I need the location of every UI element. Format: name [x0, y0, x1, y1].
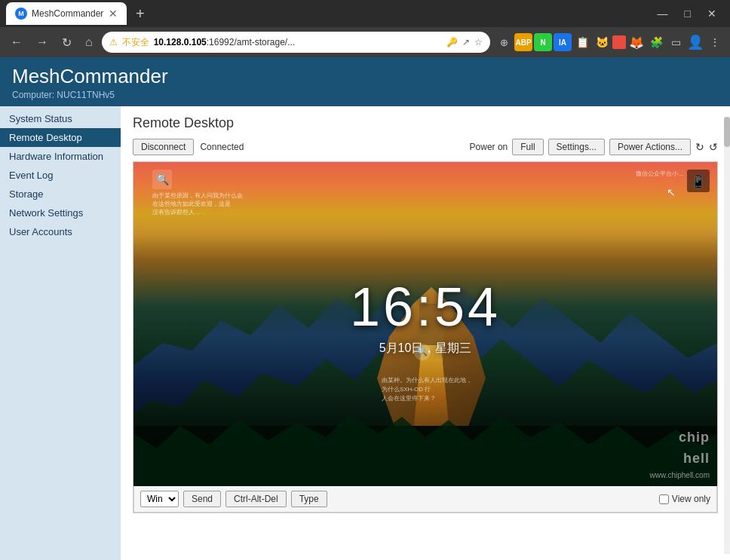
widget-text: 微信公众平台小… [636, 170, 684, 178]
power-on-label: Power on [470, 142, 508, 152]
browser-chrome: M MeshCommander ✕ + — □ ✕ ← → ↻ ⌂ ⚠ 不安全 … [0, 0, 730, 57]
bottom-controls: Win Send Ctrl-Alt-Del Type View only [133, 486, 717, 513]
connected-status: Connected [200, 142, 244, 152]
sidebar-toggle-icon[interactable]: ▭ [667, 33, 685, 51]
watermark: chiphell www.chiphell.com [650, 426, 710, 480]
watermark-url: www.chiphell.com [650, 470, 710, 480]
window-controls: — □ ✕ [650, 6, 724, 21]
center-search-widget: 🔍 [414, 344, 431, 360]
ctrl-alt-del-button[interactable]: Ctrl-Alt-Del [225, 491, 287, 507]
address-bar-icons: 🔑 ↗ ☆ [446, 37, 483, 47]
ia-extension-icon[interactable]: IA [554, 33, 572, 51]
sidebar-item-remote-desktop[interactable]: Remote Desktop [0, 128, 121, 147]
tab-bar: M MeshCommander ✕ + — □ ✕ [0, 0, 730, 27]
home-button[interactable]: ⌂ [81, 32, 97, 52]
cat-icon: 🐱 [593, 33, 611, 51]
sidebar-item-network-settings[interactable]: Network Settings [0, 203, 121, 222]
new-tab-button[interactable]: + [130, 5, 151, 23]
clipboard-icon: 📋 [573, 33, 591, 51]
power-actions-button[interactable]: Power Actions... [609, 139, 691, 155]
app-body: System Status Remote Desktop Hardware In… [0, 106, 730, 560]
refresh2-icon[interactable]: ↺ [709, 141, 718, 153]
remote-desktop-toolbar: Disconnect Connected Power on Full Setti… [133, 139, 718, 155]
refresh-icon[interactable]: ↻ [695, 141, 704, 153]
section-title: Remote Desktop [133, 115, 718, 131]
remote-desktop-area[interactable]: 16:54 5月10日，星期三 🔍 由于某些原因，有人问我为什么会在这些地方如此… [133, 161, 718, 513]
window-maximize[interactable]: □ [677, 6, 698, 21]
scrollbar[interactable] [724, 117, 730, 554]
sidebar-item-user-accounts[interactable]: User Accounts [0, 222, 121, 241]
url-path: :16992/amt-storage/... [207, 37, 295, 47]
app: MeshCommander Computer: NUC11TNHv5 Syste… [0, 57, 730, 560]
win-key-select[interactable]: Win [140, 491, 179, 507]
address-bar[interactable]: ⚠ 不安全 10.128.0.105:16992/amt-storage/...… [102, 32, 490, 53]
puzzle-icon: 🧩 [647, 33, 665, 51]
sidebar-item-event-log[interactable]: Event Log [0, 166, 121, 185]
star-icon[interactable]: ☆ [474, 37, 483, 47]
full-button[interactable]: Full [512, 139, 543, 155]
app-header: MeshCommander Computer: NUC11TNHv5 [0, 57, 730, 106]
lock-screen-bg: 16:54 5月10日，星期三 🔍 由于某些原因，有人问我为什么会在这些地方如此… [133, 162, 717, 486]
widget-icon: 📱 [687, 170, 710, 192]
app-subtitle: Computer: NUC11TNHv5 [12, 90, 718, 100]
tab-favicon: M [15, 8, 27, 20]
sidebar: System Status Remote Desktop Hardware In… [0, 106, 121, 560]
app-title: MeshCommander [12, 65, 718, 88]
remote-screen: 16:54 5月10日，星期三 🔍 由于某些原因，有人问我为什么会在这些地方如此… [133, 162, 717, 486]
tab-title: MeshCommander [32, 8, 103, 19]
disconnect-button[interactable]: Disconnect [133, 139, 194, 155]
center-search-icon: 🔍 [414, 344, 431, 360]
key-icon: 🔑 [446, 37, 458, 47]
window-close[interactable]: ✕ [700, 6, 724, 21]
sidebar-item-hardware-information[interactable]: Hardware Information [0, 147, 121, 166]
url-host: 10.128.0.105 [154, 37, 207, 47]
sidebar-item-storage[interactable]: Storage [0, 185, 121, 203]
security-warning-text: 不安全 [122, 36, 149, 49]
view-only-checkbox-container: View only [659, 494, 710, 504]
power-controls: Power on Full Settings... Power Actions.… [470, 139, 718, 155]
view-only-label: View only [672, 494, 710, 504]
cursor-indicator: ↖ [667, 186, 676, 198]
profile-icon[interactable]: 👤 [686, 33, 704, 51]
bottom-right-widget: 由某种。为什么有人出现在此地，为什么SXH-OD 行人会在这里停下来？ [382, 376, 472, 403]
view-only-checkbox[interactable] [659, 494, 669, 504]
sidebar-item-system-status[interactable]: System Status [0, 109, 121, 128]
nav-bar: ← → ↻ ⌂ ⚠ 不安全 10.128.0.105:16992/amt-sto… [0, 27, 730, 57]
tab-close-button[interactable]: ✕ [109, 8, 118, 20]
extension-icon-1: ⊕ [495, 33, 513, 51]
window-minimize[interactable]: — [650, 6, 676, 21]
menu-icon[interactable]: ⋮ [706, 33, 724, 51]
share-icon: ↗ [462, 37, 470, 47]
settings-button[interactable]: Settings... [548, 139, 605, 155]
back-button[interactable]: ← [6, 32, 27, 52]
search-icon: 🔍 [152, 170, 172, 189]
search-widget-text: 由于某些原因，有人问我为什么会在这些地方如此受欢迎，这是没有告诉那些人… [152, 191, 243, 217]
security-warning-icon: ⚠ [109, 37, 118, 47]
forward-button[interactable]: → [32, 32, 53, 52]
clock-time: 16:54 [350, 276, 501, 338]
send-button[interactable]: Send [183, 491, 221, 507]
scrollbar-thumb[interactable] [724, 117, 730, 147]
abp-icon[interactable]: ABP [514, 33, 532, 51]
top-left-widget: 🔍 由于某些原因，有人问我为什么会在这些地方如此受欢迎，这是没有告诉那些人… [152, 170, 243, 217]
active-tab[interactable]: M MeshCommander ✕ [6, 2, 127, 25]
url-display: 10.128.0.105:16992/amt-storage/... [154, 37, 295, 47]
watermark-brand: chiphell [650, 426, 710, 469]
n-extension-icon[interactable]: N [534, 33, 552, 51]
type-button[interactable]: Type [291, 491, 327, 507]
reload-button[interactable]: ↻ [57, 32, 76, 53]
main-content: Remote Desktop Disconnect Connected Powe… [121, 106, 730, 560]
red-square-icon[interactable] [612, 35, 626, 49]
browser-toolbar-icons: ⊕ ABP N IA 📋 🐱 🦊 🧩 ▭ 👤 ⋮ [495, 33, 724, 51]
fox-icon: 🦊 [627, 33, 646, 51]
